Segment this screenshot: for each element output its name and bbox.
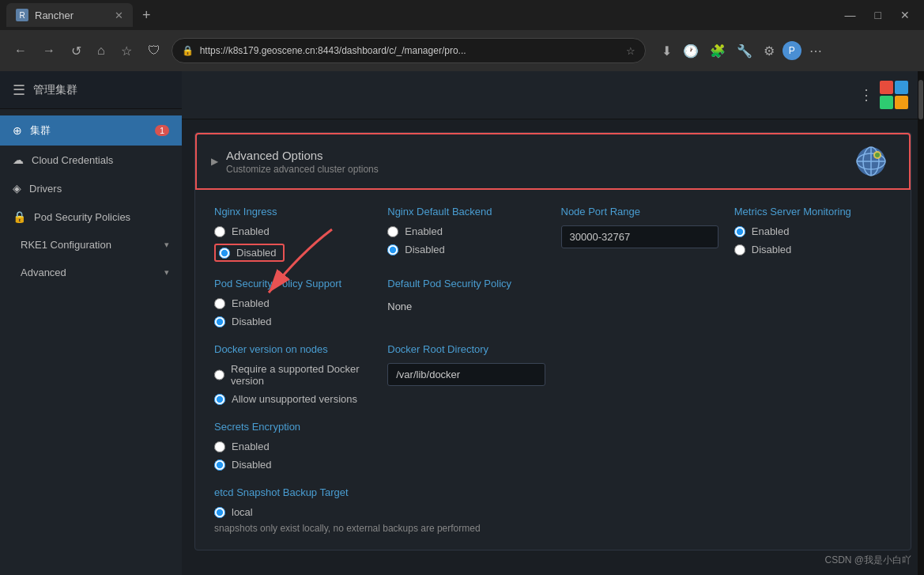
forward-button[interactable]: →: [38, 40, 60, 61]
psp-enabled[interactable]: Enabled: [214, 297, 371, 309]
sidebar-item-drivers[interactable]: ◈ Drivers: [0, 174, 182, 202]
nginx-backend-disabled[interactable]: Disabled: [387, 244, 545, 255]
nginx-ingress-radio-group: Enabled Disabled: [214, 225, 371, 262]
panel-body-row1: Nginx Ingress Enabled Disabled: [195, 190, 911, 278]
nginx-backend-disabled-label: Disabled: [405, 244, 445, 255]
history-icon[interactable]: 🕐: [680, 40, 702, 62]
scrollbar-thumb[interactable]: [918, 80, 923, 119]
scrollbar-track[interactable]: [918, 71, 924, 575]
etcd-local-radio[interactable]: [214, 507, 225, 518]
sidebar-item-rke1-configuration[interactable]: RKE1 Configuration ▾: [0, 231, 182, 259]
panel-header-text: Advanced Options Customize advanced clus…: [226, 149, 379, 175]
advanced-chevron-icon: ▾: [164, 267, 169, 278]
psp-disabled-radio[interactable]: [214, 316, 225, 327]
metrics-disabled-radio[interactable]: [734, 244, 745, 255]
nginx-ingress-enabled-radio[interactable]: [214, 226, 225, 237]
avatar-mosaic: [880, 81, 908, 109]
bookmark-button[interactable]: ☆: [116, 40, 137, 62]
default-psp-value: None: [387, 297, 545, 316]
etcd-snapshot-label: etcd Snapshot Backup Target: [214, 486, 892, 498]
node-port-range-label: Node Port Range: [561, 206, 718, 218]
sidebar-item-cloud-credentials[interactable]: ☁ Cloud Credentials: [0, 146, 182, 174]
secrets-enabled-label: Enabled: [232, 441, 270, 452]
secrets-encryption-label: Secrets Encryption: [214, 421, 371, 433]
docker-allow[interactable]: Allow unsupported versions: [214, 393, 371, 405]
psp-enabled-radio[interactable]: [214, 298, 225, 309]
more-options-icon[interactable]: ⋮: [859, 86, 873, 104]
nginx-ingress-disabled[interactable]: Disabled: [214, 244, 371, 262]
sidebar-item-pod-security-policies[interactable]: 🔒 Pod Security Policies: [0, 202, 182, 231]
more-menu-icon[interactable]: ⋯: [806, 40, 825, 62]
nginx-backend-disabled-radio[interactable]: [387, 244, 398, 255]
new-tab-button[interactable]: +: [136, 4, 157, 27]
etcd-local[interactable]: local: [214, 506, 892, 518]
docker-require[interactable]: Require a supported Docker version: [214, 363, 371, 387]
metrics-enabled-radio[interactable]: [734, 226, 745, 237]
pod-security-policy-label: Pod Security Policy Support: [214, 278, 371, 289]
docker-version-group: Docker version on nodes Require a suppor…: [214, 343, 371, 405]
cloud-icon: ☁: [13, 153, 24, 166]
psp-disabled[interactable]: Disabled: [214, 316, 371, 327]
nginx-default-backend-radio-group: Enabled Disabled: [387, 225, 545, 255]
minimize-button[interactable]: —: [837, 6, 864, 25]
secrets-enabled[interactable]: Enabled: [214, 441, 371, 452]
secrets-disabled[interactable]: Disabled: [214, 459, 371, 471]
panel-body-row4: Secrets Encryption Enabled Disabled: [195, 421, 911, 486]
nginx-backend-enabled-radio[interactable]: [387, 226, 398, 237]
docker-allow-radio[interactable]: [214, 394, 225, 405]
secrets-enabled-radio[interactable]: [214, 441, 225, 452]
docker-allow-label: Allow unsupported versions: [232, 393, 357, 405]
maximize-button[interactable]: □: [867, 6, 889, 25]
panel-body-row3: Docker version on nodes Require a suppor…: [195, 343, 911, 421]
node-port-range-input[interactable]: [561, 225, 718, 248]
etcd-snapshot-group: etcd Snapshot Backup Target local snapsh…: [214, 486, 892, 534]
back-button[interactable]: ←: [9, 40, 32, 61]
nginx-ingress-group: Nginx Ingress Enabled Disabled: [214, 206, 371, 262]
panel-body-row2: Pod Security Policy Support Enabled Disa…: [195, 278, 911, 343]
main-header: ⋮: [182, 71, 924, 119]
psp-disabled-label: Disabled: [232, 316, 272, 327]
refresh-button[interactable]: ↺: [66, 40, 86, 62]
shield-button[interactable]: 🛡: [143, 40, 165, 61]
pod-security-icon: 🔒: [13, 210, 26, 223]
close-tab-button[interactable]: ✕: [115, 9, 123, 21]
metrics-disabled[interactable]: Disabled: [734, 244, 892, 255]
sidebar-item-advanced[interactable]: Advanced ▾: [0, 259, 182, 286]
panel-header[interactable]: ▶ Advanced Options Customize advanced cl…: [195, 133, 911, 190]
close-button[interactable]: ✕: [892, 6, 918, 25]
lock-icon: 🔒: [182, 45, 194, 56]
etcd-snapshot-description: snapshots only exist locally, no externa…: [214, 523, 892, 534]
hamburger-menu-icon[interactable]: ☰: [13, 81, 25, 99]
address-bar[interactable]: 🔒 https://k8s179.geoscene.cn:8443/dashbo…: [172, 38, 646, 63]
metrics-enabled[interactable]: Enabled: [734, 225, 892, 237]
extensions-icon[interactable]: 🧩: [707, 40, 729, 62]
nginx-backend-enabled[interactable]: Enabled: [387, 225, 545, 237]
secrets-disabled-radio[interactable]: [214, 460, 225, 471]
download-icon[interactable]: ⬇: [658, 40, 675, 62]
rke1-chevron-icon: ▾: [164, 240, 169, 250]
tab-label: Rancher: [35, 9, 74, 21]
nginx-ingress-disabled-label: Disabled: [236, 247, 277, 259]
sidebar-menu: ⊕ 集群 1 ☁ Cloud Credentials ◈ Drivers 🔒 P…: [0, 109, 182, 575]
nginx-ingress-disabled-radio[interactable]: [219, 248, 230, 259]
clusters-icon: ⊕: [13, 124, 22, 137]
tools-icon[interactable]: 🔧: [734, 40, 756, 62]
docker-root-dir-label: Docker Root Directory: [387, 343, 545, 355]
home-button[interactable]: ⌂: [92, 40, 110, 61]
active-tab[interactable]: R Rancher ✕: [6, 3, 133, 27]
secrets-disabled-label: Disabled: [232, 459, 272, 471]
tab-bar: R Rancher ✕ + — □ ✕: [0, 0, 924, 30]
sidebar: ☰ 管理集群 ⊕ 集群 1 ☁ Cloud Credentials ◈ Driv…: [0, 71, 182, 575]
docker-require-radio[interactable]: [214, 369, 224, 380]
sidebar-cloud-label: Cloud Credentials: [32, 154, 113, 166]
panel-body-row5: etcd Snapshot Backup Target local snapsh…: [195, 486, 911, 550]
metrics-server-label: Metrics Server Monitoring: [734, 206, 892, 218]
nginx-ingress-enabled[interactable]: Enabled: [214, 225, 371, 237]
sidebar-item-clusters[interactable]: ⊕ 集群 1: [0, 115, 182, 146]
sidebar-header: ☰ 管理集群: [0, 71, 182, 109]
profile-icon[interactable]: P: [783, 41, 801, 60]
docker-root-dir-input[interactable]: [387, 363, 545, 386]
nginx-ingress-label: Nginx Ingress: [214, 206, 371, 218]
settings-icon[interactable]: ⚙: [760, 40, 778, 62]
nginx-ingress-enabled-label: Enabled: [232, 225, 270, 237]
